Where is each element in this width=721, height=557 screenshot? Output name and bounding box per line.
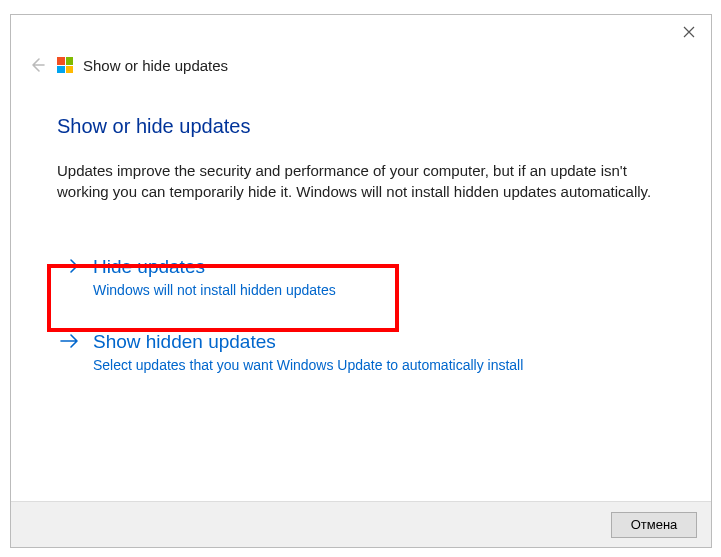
content-area: Show or hide updates Updates improve the…: [57, 115, 665, 402]
option-description: Select updates that you want Windows Upd…: [93, 356, 523, 374]
option-hide-updates[interactable]: Hide updates Windows will not install hi…: [57, 252, 665, 303]
option-title: Show hidden updates: [93, 331, 523, 354]
option-text-group: Show hidden updates Select updates that …: [93, 331, 523, 374]
window-title: Show or hide updates: [83, 57, 228, 74]
wizard-window: Show or hide updates Show or hide update…: [10, 14, 712, 548]
footer-bar: Отмена: [11, 501, 711, 547]
windows-logo-icon: [57, 57, 73, 73]
close-button[interactable]: [679, 23, 699, 43]
cancel-button[interactable]: Отмена: [611, 512, 697, 538]
arrow-right-icon: [59, 256, 79, 299]
arrow-right-icon: [59, 331, 79, 374]
page-description: Updates improve the security and perform…: [57, 160, 665, 202]
header-row: Show or hide updates: [27, 53, 695, 77]
page-title: Show or hide updates: [57, 115, 665, 138]
back-arrow-icon[interactable]: [27, 55, 47, 75]
option-show-hidden-updates[interactable]: Show hidden updates Select updates that …: [57, 327, 665, 378]
option-description: Windows will not install hidden updates: [93, 281, 336, 299]
option-text-group: Hide updates Windows will not install hi…: [93, 256, 336, 299]
option-title: Hide updates: [93, 256, 336, 279]
